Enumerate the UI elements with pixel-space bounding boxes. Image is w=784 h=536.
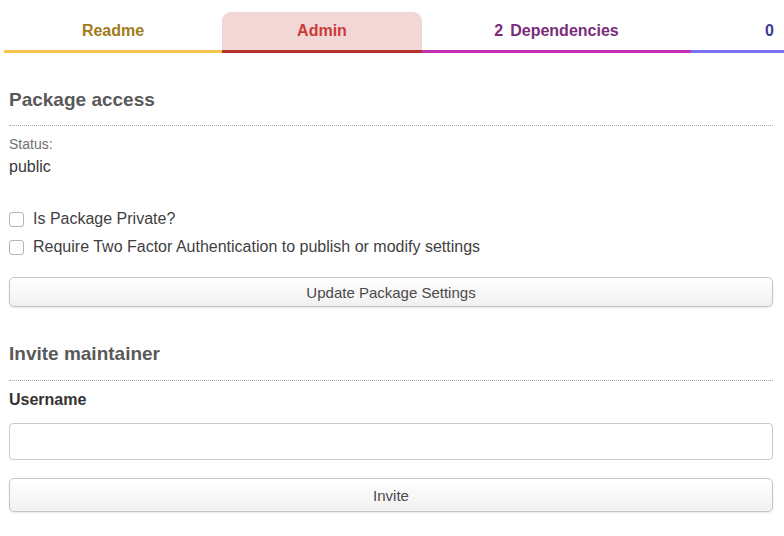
tab-clipped[interactable]: 0 [691,12,784,53]
two-factor-checkbox-row: Require Two Factor Authentication to pub… [9,238,773,256]
tab-dependencies-count: 2 [494,22,503,40]
is-package-private-label: Is Package Private? [33,210,175,228]
private-checkbox-row: Is Package Private? [9,210,773,228]
require-2fa-checkbox[interactable] [9,240,24,255]
username-label: Username [9,391,773,409]
tab-readme-label: Readme [82,22,144,40]
status-label: Status: [9,136,773,153]
tab-clipped-label: 0 [765,22,774,40]
tab-dependencies[interactable]: 2 Dependencies [422,12,691,53]
tab-admin[interactable]: Admin [222,12,422,53]
section-divider [9,125,773,126]
tab-bar: Readme Admin 2 Dependencies 0 [4,12,784,53]
admin-panel: Package access Status: public Is Package… [0,88,784,512]
is-package-private-checkbox[interactable] [9,212,24,227]
update-package-settings-button[interactable]: Update Package Settings [9,277,773,307]
username-input[interactable] [9,423,773,460]
section-divider [9,380,773,381]
invite-button[interactable]: Invite [9,478,773,512]
tab-readme[interactable]: Readme [4,12,222,53]
require-2fa-label: Require Two Factor Authentication to pub… [33,238,480,256]
tab-dependencies-label: Dependencies [510,22,618,40]
status-value: public [9,157,773,177]
invite-maintainer-heading: Invite maintainer [9,342,773,366]
package-access-heading: Package access [9,88,773,112]
tab-admin-label: Admin [297,22,347,40]
